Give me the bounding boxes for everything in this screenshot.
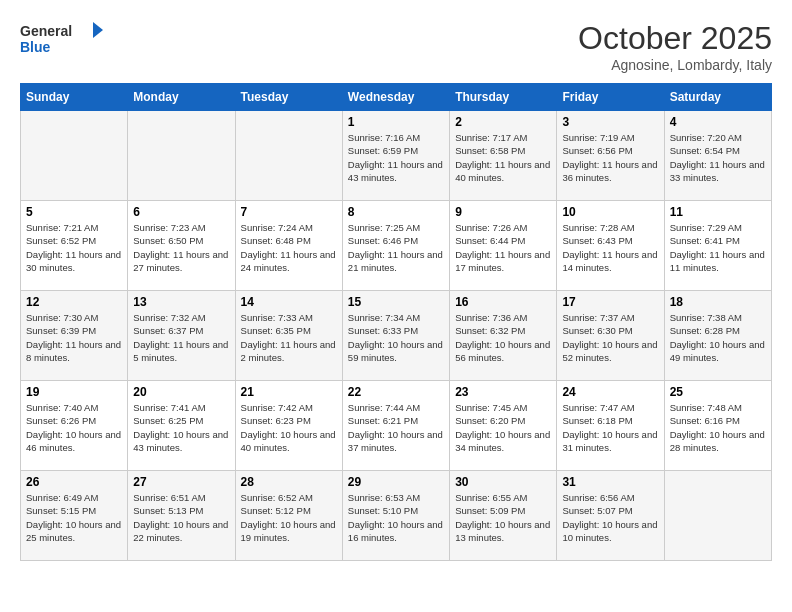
day-number: 29 (348, 475, 444, 489)
calendar-cell (128, 111, 235, 201)
sunrise-text: Sunrise: 7:28 AM (562, 222, 634, 233)
weekday-header: Friday (557, 84, 664, 111)
day-number: 18 (670, 295, 766, 309)
daylight-text: Daylight: 11 hours and 11 minutes. (670, 249, 765, 273)
calendar-week-row: 1 Sunrise: 7:16 AM Sunset: 6:59 PM Dayli… (21, 111, 772, 201)
day-number: 5 (26, 205, 122, 219)
calendar-cell (235, 111, 342, 201)
daylight-text: Daylight: 10 hours and 46 minutes. (26, 429, 121, 453)
calendar-cell: 26 Sunrise: 6:49 AM Sunset: 5:15 PM Dayl… (21, 471, 128, 561)
day-number: 13 (133, 295, 229, 309)
calendar-cell: 12 Sunrise: 7:30 AM Sunset: 6:39 PM Dayl… (21, 291, 128, 381)
sunset-text: Sunset: 6:43 PM (562, 235, 632, 246)
calendar-week-row: 26 Sunrise: 6:49 AM Sunset: 5:15 PM Dayl… (21, 471, 772, 561)
weekday-header-row: SundayMondayTuesdayWednesdayThursdayFrid… (21, 84, 772, 111)
sunset-text: Sunset: 6:44 PM (455, 235, 525, 246)
sunset-text: Sunset: 6:33 PM (348, 325, 418, 336)
svg-text:General: General (20, 23, 72, 39)
sunset-text: Sunset: 6:18 PM (562, 415, 632, 426)
sunset-text: Sunset: 6:21 PM (348, 415, 418, 426)
sunrise-text: Sunrise: 7:44 AM (348, 402, 420, 413)
sunrise-text: Sunrise: 7:37 AM (562, 312, 634, 323)
daylight-text: Daylight: 11 hours and 43 minutes. (348, 159, 443, 183)
sunrise-text: Sunrise: 7:21 AM (26, 222, 98, 233)
calendar-cell: 21 Sunrise: 7:42 AM Sunset: 6:23 PM Dayl… (235, 381, 342, 471)
day-number: 8 (348, 205, 444, 219)
day-number: 14 (241, 295, 337, 309)
sunset-text: Sunset: 5:07 PM (562, 505, 632, 516)
sunrise-text: Sunrise: 7:24 AM (241, 222, 313, 233)
calendar-cell: 19 Sunrise: 7:40 AM Sunset: 6:26 PM Dayl… (21, 381, 128, 471)
daylight-text: Daylight: 11 hours and 36 minutes. (562, 159, 657, 183)
sunrise-text: Sunrise: 7:17 AM (455, 132, 527, 143)
sunrise-text: Sunrise: 6:49 AM (26, 492, 98, 503)
sunrise-text: Sunrise: 7:36 AM (455, 312, 527, 323)
sunrise-text: Sunrise: 7:23 AM (133, 222, 205, 233)
day-number: 12 (26, 295, 122, 309)
calendar-cell: 16 Sunrise: 7:36 AM Sunset: 6:32 PM Dayl… (450, 291, 557, 381)
day-number: 11 (670, 205, 766, 219)
day-number: 22 (348, 385, 444, 399)
day-number: 30 (455, 475, 551, 489)
calendar-cell: 22 Sunrise: 7:44 AM Sunset: 6:21 PM Dayl… (342, 381, 449, 471)
sunset-text: Sunset: 6:16 PM (670, 415, 740, 426)
daylight-text: Daylight: 11 hours and 33 minutes. (670, 159, 765, 183)
day-number: 10 (562, 205, 658, 219)
sunrise-text: Sunrise: 6:55 AM (455, 492, 527, 503)
sunset-text: Sunset: 5:12 PM (241, 505, 311, 516)
sunset-text: Sunset: 5:13 PM (133, 505, 203, 516)
daylight-text: Daylight: 11 hours and 30 minutes. (26, 249, 121, 273)
day-number: 23 (455, 385, 551, 399)
sunrise-text: Sunrise: 7:16 AM (348, 132, 420, 143)
calendar-cell (21, 111, 128, 201)
daylight-text: Daylight: 10 hours and 19 minutes. (241, 519, 336, 543)
calendar-cell: 28 Sunrise: 6:52 AM Sunset: 5:12 PM Dayl… (235, 471, 342, 561)
day-number: 16 (455, 295, 551, 309)
calendar-cell: 17 Sunrise: 7:37 AM Sunset: 6:30 PM Dayl… (557, 291, 664, 381)
day-number: 28 (241, 475, 337, 489)
daylight-text: Daylight: 11 hours and 17 minutes. (455, 249, 550, 273)
day-number: 7 (241, 205, 337, 219)
sunrise-text: Sunrise: 7:38 AM (670, 312, 742, 323)
weekday-header: Sunday (21, 84, 128, 111)
calendar-cell: 14 Sunrise: 7:33 AM Sunset: 6:35 PM Dayl… (235, 291, 342, 381)
day-number: 26 (26, 475, 122, 489)
location-subtitle: Agnosine, Lombardy, Italy (578, 57, 772, 73)
sunset-text: Sunset: 6:28 PM (670, 325, 740, 336)
day-number: 9 (455, 205, 551, 219)
day-number: 17 (562, 295, 658, 309)
sunrise-text: Sunrise: 7:42 AM (241, 402, 313, 413)
weekday-header: Wednesday (342, 84, 449, 111)
sunset-text: Sunset: 6:23 PM (241, 415, 311, 426)
day-number: 31 (562, 475, 658, 489)
sunrise-text: Sunrise: 6:56 AM (562, 492, 634, 503)
daylight-text: Daylight: 10 hours and 28 minutes. (670, 429, 765, 453)
calendar-cell: 15 Sunrise: 7:34 AM Sunset: 6:33 PM Dayl… (342, 291, 449, 381)
calendar-table: SundayMondayTuesdayWednesdayThursdayFrid… (20, 83, 772, 561)
daylight-text: Daylight: 11 hours and 14 minutes. (562, 249, 657, 273)
svg-marker-2 (93, 22, 103, 38)
sunrise-text: Sunrise: 7:32 AM (133, 312, 205, 323)
calendar-cell: 25 Sunrise: 7:48 AM Sunset: 6:16 PM Dayl… (664, 381, 771, 471)
sunset-text: Sunset: 5:10 PM (348, 505, 418, 516)
calendar-cell: 18 Sunrise: 7:38 AM Sunset: 6:28 PM Dayl… (664, 291, 771, 381)
sunset-text: Sunset: 6:26 PM (26, 415, 96, 426)
day-number: 27 (133, 475, 229, 489)
sunrise-text: Sunrise: 7:45 AM (455, 402, 527, 413)
weekday-header: Thursday (450, 84, 557, 111)
day-number: 19 (26, 385, 122, 399)
sunrise-text: Sunrise: 7:30 AM (26, 312, 98, 323)
calendar-week-row: 12 Sunrise: 7:30 AM Sunset: 6:39 PM Dayl… (21, 291, 772, 381)
daylight-text: Daylight: 10 hours and 49 minutes. (670, 339, 765, 363)
sunrise-text: Sunrise: 7:33 AM (241, 312, 313, 323)
day-number: 15 (348, 295, 444, 309)
sunset-text: Sunset: 6:20 PM (455, 415, 525, 426)
calendar-cell: 6 Sunrise: 7:23 AM Sunset: 6:50 PM Dayli… (128, 201, 235, 291)
daylight-text: Daylight: 11 hours and 40 minutes. (455, 159, 550, 183)
daylight-text: Daylight: 10 hours and 31 minutes. (562, 429, 657, 453)
sunrise-text: Sunrise: 7:40 AM (26, 402, 98, 413)
daylight-text: Daylight: 10 hours and 56 minutes. (455, 339, 550, 363)
month-title: October 2025 (578, 20, 772, 57)
svg-text:Blue: Blue (20, 39, 51, 55)
sunset-text: Sunset: 6:32 PM (455, 325, 525, 336)
